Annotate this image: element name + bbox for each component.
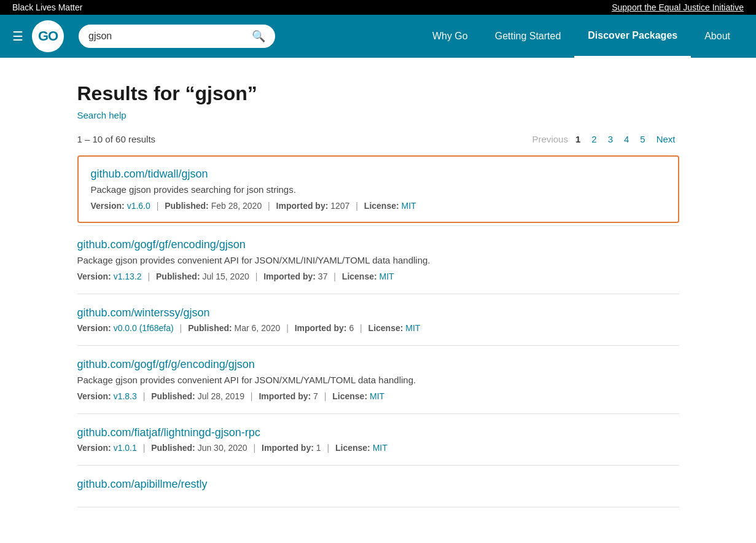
result-card-5: github.com/fiatjaf/lightningd-gjson-rpc … (77, 413, 679, 465)
result-card-4: github.com/gogf/gf/g/encoding/gjson Pack… (77, 345, 679, 413)
ej-initiative-link[interactable]: Support the Equal Justice Initiative (612, 2, 744, 12)
nav-about[interactable]: About (691, 15, 744, 58)
results-heading: Results for “gjson” (77, 82, 679, 105)
blm-text: Black Lives Matter (12, 2, 82, 12)
search-help-link[interactable]: Search help (77, 110, 679, 120)
results-count: 1 – 10 of 60 results (77, 134, 156, 144)
nav-links: Why Go Getting Started Discover Packages… (419, 15, 744, 58)
result-meta-4: Version: v1.8.3 | Published: Jul 28, 201… (77, 391, 679, 401)
search-form: 🔍 (79, 25, 275, 48)
result-card-2: github.com/gogf/gf/encoding/gjson Packag… (77, 225, 679, 294)
pagination-page-3[interactable]: 3 (604, 133, 617, 146)
pagination-next[interactable]: Next (653, 133, 679, 146)
pagination: Previous 1 2 3 4 5 Next (532, 133, 679, 146)
search-button[interactable]: 🔍 (252, 29, 265, 43)
result-meta-1: Version: v1.6.0 | Published: Feb 28, 202… (91, 201, 666, 211)
result-desc-1: Package gjson provides searching for jso… (91, 184, 666, 195)
go-logo: GO (32, 20, 64, 52)
pagination-page-4[interactable]: 4 (620, 133, 633, 146)
result-title-2[interactable]: github.com/gogf/gf/encoding/gjson (77, 238, 679, 251)
result-card-3: github.com/winterssy/gjson Version: v0.0… (77, 294, 679, 345)
hamburger-icon: ☰ (12, 29, 23, 44)
logo-link[interactable]: ☰ GO (12, 20, 64, 52)
navbar: ☰ GO 🔍 Why Go Getting Started Discover P… (0, 15, 756, 58)
result-meta-2: Version: v1.13.2 | Published: Jul 15, 20… (77, 272, 679, 281)
results-meta-row: 1 – 10 of 60 results Previous 1 2 3 4 5 … (77, 133, 679, 146)
pagination-page-2[interactable]: 2 (588, 133, 600, 146)
top-banner: Black Lives Matter Support the Equal Jus… (0, 0, 756, 15)
result-title-3[interactable]: github.com/winterssy/gjson (77, 307, 679, 319)
result-title-4[interactable]: github.com/gogf/gf/g/encoding/gjson (77, 358, 679, 371)
result-meta-3: Version: v0.0.0 (1f68efa) | Published: M… (77, 323, 679, 333)
result-desc-4: Package gjson provides convenient API fo… (77, 375, 679, 385)
nav-discover-packages[interactable]: Discover Packages (574, 15, 691, 58)
pagination-page-5[interactable]: 5 (636, 133, 649, 146)
result-card-6: github.com/apibillme/restly (77, 465, 679, 507)
search-icon: 🔍 (252, 30, 265, 42)
result-title-5[interactable]: github.com/fiatjaf/lightningd-gjson-rpc (77, 426, 679, 439)
result-title-6[interactable]: github.com/apibillme/restly (77, 478, 679, 491)
result-meta-5: Version: v1.0.1 | Published: Jun 30, 202… (77, 443, 679, 453)
pagination-page-1: 1 (572, 133, 584, 146)
result-title-1[interactable]: github.com/tidwall/gjson (91, 168, 666, 181)
result-card-1: github.com/tidwall/gjson Package gjson p… (77, 155, 679, 223)
nav-why-go[interactable]: Why Go (419, 15, 481, 58)
result-desc-2: Package gjson provides convenient API fo… (77, 255, 679, 265)
nav-getting-started[interactable]: Getting Started (481, 15, 575, 58)
pagination-previous: Previous (532, 134, 568, 144)
search-input[interactable] (88, 31, 252, 42)
main-content: Results for “gjson” Search help 1 – 10 o… (41, 58, 716, 532)
